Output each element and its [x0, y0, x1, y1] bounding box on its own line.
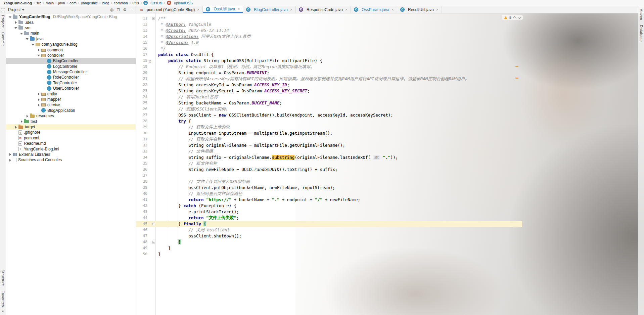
- tree-expand-arrow[interactable]: [37, 48, 40, 52]
- tree-expand-arrow[interactable]: [8, 15, 12, 19]
- tree-item[interactable]: MReadme.md: [6, 141, 136, 146]
- breadcrumb-item[interactable]: utils: [132, 1, 140, 5]
- fold-marker[interactable]: [152, 239, 156, 245]
- breadcrumb-item[interactable]: com: [69, 1, 77, 5]
- editor-tab[interactable]: COssParam.java×: [351, 6, 397, 13]
- breadcrumb-item-method[interactable]: muploadOSS: [166, 1, 193, 5]
- tree-expand-arrow[interactable]: [19, 120, 23, 123]
- breadcrumb-item[interactable]: java: [58, 1, 66, 5]
- code-line[interactable]: 38 // 文件上传到阿里云OSS服务器: [136, 179, 638, 185]
- code-line[interactable]: 31 // 获取文件名称: [136, 136, 638, 142]
- tree-expand-arrow[interactable]: [25, 37, 29, 41]
- code-line[interactable]: 13 * @Create: 2022-05-12 11:14: [136, 28, 638, 34]
- code-line[interactable]: 43 e.printStackTrace();: [136, 209, 638, 215]
- tool-window-button-favorites[interactable]: Favorites: [1, 288, 5, 309]
- tree-expand-arrow[interactable]: [37, 98, 40, 101]
- inspections-widget[interactable]: 5: [502, 15, 523, 20]
- breadcrumb-item-class[interactable]: COssUtil: [143, 1, 163, 5]
- tree-item[interactable]: main: [6, 31, 136, 36]
- code-line[interactable]: 28 try {: [136, 118, 638, 124]
- locate-file-icon[interactable]: ◎: [110, 8, 113, 12]
- editor-tab[interactable]: COssUtil.java×: [203, 6, 243, 13]
- code-line[interactable]: 29 // 获取文件上传的流: [136, 124, 638, 130]
- tool-window-button-maven[interactable]: Maven: [639, 6, 643, 22]
- tree-item[interactable]: common: [6, 47, 136, 52]
- tree-item[interactable]: LogController: [6, 64, 136, 69]
- fold-marker[interactable]: [152, 15, 156, 21]
- code-line[interactable]: 16 */: [136, 46, 638, 52]
- code-line[interactable]: 36 String newFileName = UUID.randomUUID(…: [136, 167, 638, 173]
- code-line[interactable]: 20 String endpoint = OssParam.ENDPOINT;: [136, 70, 638, 76]
- tree-item[interactable]: UserController: [6, 86, 136, 91]
- tree-item[interactable]: test: [6, 119, 136, 124]
- code-line[interactable]: 21 // 阿里云账号AccessKey拥有所有API的访问权限，风险很高。强烈…: [136, 76, 638, 82]
- code-line[interactable]: 24 // 填写Bucket名称: [136, 94, 638, 100]
- code-line[interactable]: 50}: [136, 251, 638, 257]
- code-line[interactable]: 22 String accessKeyId = OssParam.ACCESS_…: [136, 82, 638, 88]
- code-line[interactable]: 48 }: [136, 239, 638, 245]
- tree-item[interactable]: controller: [6, 53, 136, 58]
- code-line[interactable]: 25 String bucketName = OssParam.BUCKET_N…: [136, 100, 638, 106]
- code-line[interactable]: 47 ossClient.shutdown();: [136, 233, 638, 239]
- tree-item[interactable]: iYangCunle-Blog.iml: [6, 146, 136, 151]
- favorites-star-icon[interactable]: ★: [1, 309, 4, 313]
- code-line[interactable]: 33 // 文件后缀: [136, 148, 638, 154]
- code-line[interactable]: 46 // 关闭 ossClient: [136, 227, 638, 233]
- tree-item[interactable]: YangCunle-BlogD:\BlogWorkSpace\YangCunle…: [6, 14, 136, 19]
- code-line[interactable]: 27 OSS ossClient = new OSSClientBuilder(…: [136, 112, 638, 118]
- code-line[interactable]: 32 String originalFilename = multipartFi…: [136, 142, 638, 148]
- tool-window-button-project[interactable]: Project: [1, 13, 5, 30]
- tree-expand-arrow[interactable]: [14, 26, 17, 30]
- tab-close-icon[interactable]: ×: [345, 8, 348, 11]
- code-line[interactable]: 49 }: [136, 245, 638, 251]
- tree-item[interactable]: MessageController: [6, 69, 136, 75]
- code-line[interactable]: 42 } catch (Exception e) {: [136, 203, 638, 209]
- tree-item[interactable]: java: [6, 36, 136, 42]
- fold-marker[interactable]: [152, 221, 156, 227]
- tab-close-icon[interactable]: ×: [290, 8, 292, 11]
- tree-item[interactable]: .idea: [6, 19, 136, 25]
- tree-item[interactable]: mpom.xml: [6, 135, 136, 141]
- tree-expand-arrow[interactable]: [25, 114, 29, 118]
- tree-item[interactable]: service: [6, 102, 136, 107]
- project-view-selector[interactable]: Project: [8, 7, 25, 12]
- hide-panel-icon[interactable]: —: [130, 8, 134, 12]
- tool-window-button-database[interactable]: Database: [639, 22, 643, 44]
- code-line[interactable]: 15 * @Version: 1.0: [136, 40, 638, 46]
- tree-item[interactable]: mapper: [6, 97, 136, 102]
- code-line[interactable]: 30 InputStream inputStream = multipartFi…: [136, 130, 638, 136]
- code-line[interactable]: 12 * @Author: YangCunle: [136, 21, 638, 28]
- code-line[interactable]: 40 // 返回阿里云文件保存路径: [136, 191, 638, 197]
- code-line[interactable]: 11/**: [136, 15, 638, 21]
- code-line[interactable]: 37: [136, 173, 638, 179]
- breadcrumb-item[interactable]: YangCunle-Blog: [3, 1, 33, 5]
- tree-item[interactable]: src: [6, 25, 136, 31]
- breadcrumb-item[interactable]: src: [36, 1, 42, 5]
- tree-expand-arrow[interactable]: [14, 125, 17, 129]
- breadcrumb-item[interactable]: common: [113, 1, 129, 5]
- code-line[interactable]: 44 return "文件上传失败";: [136, 215, 638, 221]
- tree-expand-arrow[interactable]: [37, 103, 40, 107]
- tree-expand-arrow[interactable]: [37, 92, 40, 96]
- tree-expand-arrow[interactable]: [19, 32, 23, 35]
- tree-item[interactable]: BlogApplication: [6, 108, 136, 113]
- tree-item[interactable]: g.gitignore: [6, 130, 136, 135]
- tree-item[interactable]: External Libraries: [6, 152, 136, 157]
- panel-settings-gear-icon[interactable]: ⚙: [123, 8, 127, 12]
- next-problem-icon[interactable]: [517, 15, 521, 19]
- code-line[interactable]: 19 // Endpoint 以华东1（杭州）为例，其它Region请按实际情况…: [136, 64, 638, 70]
- tab-close-icon[interactable]: ×: [197, 8, 199, 11]
- tree-expand-arrow[interactable]: [31, 43, 35, 46]
- tab-close-icon[interactable]: ×: [237, 7, 240, 11]
- code-line[interactable]: 39 ossClient.putObject(bucketName, newFi…: [136, 185, 638, 191]
- editor-tab[interactable]: mpom.xml (YangCunle-Blog)×: [136, 6, 203, 13]
- code-line[interactable]: 17public class OssUtil {: [136, 52, 638, 58]
- tool-window-button-structure[interactable]: Structure: [1, 267, 5, 288]
- editor-area[interactable]: 11/**12 * @Author: YangCunle13 * @Create…: [136, 13, 638, 315]
- tab-close-icon[interactable]: ×: [392, 8, 394, 11]
- tree-expand-arrow[interactable]: [14, 20, 17, 24]
- previous-problem-icon[interactable]: [513, 16, 516, 20]
- tree-item[interactable]: target: [6, 124, 136, 130]
- tree-item[interactable]: resources: [6, 113, 136, 119]
- collapse-all-icon[interactable]: ⊟: [117, 8, 120, 12]
